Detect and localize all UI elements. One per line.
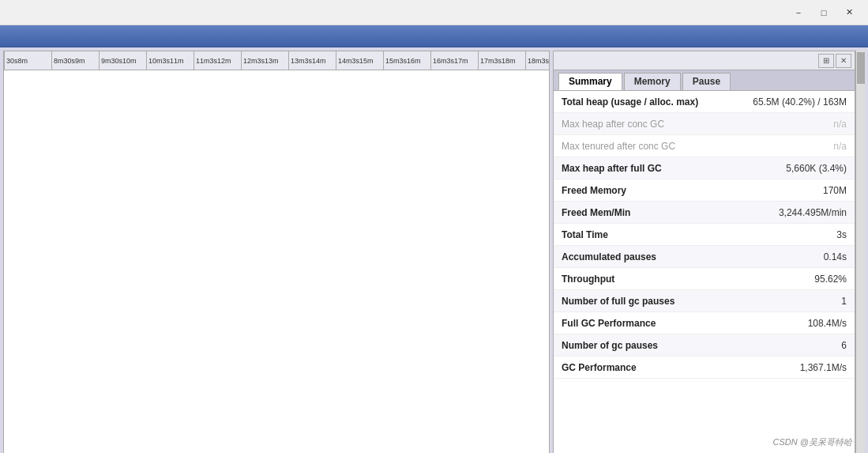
- timeline-tick: 12m3s13m: [241, 51, 288, 70]
- summary-table: Total heap (usage / alloc. max)65.5M (40…: [554, 91, 855, 453]
- timeline-tick: 18m3s19m: [525, 51, 549, 70]
- row-value: 1,367.1M/s: [800, 362, 847, 373]
- close-button[interactable]: ✕: [836, 3, 862, 22]
- row-value: n/a: [833, 119, 847, 130]
- window-controls: − □ ✕: [786, 3, 862, 22]
- left-panel: 30s8m8m30s9m9m30s10m10m3s11m11m3s12m12m3…: [3, 51, 550, 453]
- row-value: 5,660K (3.4%): [786, 163, 847, 174]
- row-value: 1: [841, 296, 847, 307]
- row-label: Freed Memory: [562, 185, 626, 196]
- row-label: Accumulated pauses: [562, 251, 656, 262]
- row-value: 0.14s: [824, 251, 847, 262]
- summary-row: Max heap after conc GCn/a: [554, 113, 855, 135]
- row-label: Freed Mem/Min: [562, 207, 630, 218]
- row-label: Max heap after full GC: [562, 163, 662, 174]
- row-label: Number of gc pauses: [562, 340, 658, 351]
- tab-pause[interactable]: Pause: [682, 73, 731, 90]
- watermark: CSDN @吴呆哥特哈: [773, 436, 852, 448]
- tabs-row: SummaryMemoryPause: [554, 70, 855, 91]
- row-value: 3,244.495M/min: [779, 207, 847, 218]
- summary-row: GC Performance1,367.1M/s: [554, 357, 855, 379]
- summary-row: Total Time3s: [554, 224, 855, 246]
- chart-area: [4, 70, 549, 453]
- timeline-tick: 11m3s12m: [194, 51, 241, 70]
- summary-row: Total heap (usage / alloc. max)65.5M (40…: [554, 91, 855, 113]
- timeline-tick: 13m3s14m: [288, 51, 336, 70]
- row-value: n/a: [833, 141, 847, 152]
- timeline-tick: 16m3s17m: [430, 51, 478, 70]
- close-panel-button[interactable]: ✕: [836, 54, 851, 68]
- summary-row: Accumulated pauses0.14s: [554, 246, 855, 268]
- timeline-header: 30s8m8m30s9m9m30s10m10m3s11m11m3s12m12m3…: [4, 51, 549, 70]
- summary-row: Number of gc pauses6: [554, 334, 855, 357]
- row-value: 3s: [836, 229, 847, 240]
- tab-memory[interactable]: Memory: [624, 73, 681, 90]
- summary-row: Max heap after full GC5,660K (3.4%): [554, 157, 855, 179]
- summary-row: Freed Memory170M: [554, 179, 855, 202]
- row-value: 6: [841, 340, 847, 351]
- summary-row: Max tenured after conc GCn/a: [554, 135, 855, 157]
- timeline-tick: 8m30s9m: [51, 51, 99, 70]
- row-value: 65.5M (40.2%) / 163M: [753, 96, 847, 108]
- row-label: Total heap (usage / alloc. max): [562, 96, 698, 108]
- row-label: Throughput: [562, 274, 614, 285]
- row-label: Total Time: [562, 229, 608, 240]
- panel-toolbar: ⊞ ✕: [554, 51, 855, 70]
- summary-row: Freed Mem/Min3,244.495M/min: [554, 202, 855, 224]
- right-panel: ⊞ ✕ SummaryMemoryPause Total heap (usage…: [553, 51, 855, 453]
- row-value: 95.62%: [814, 274, 847, 285]
- main-content: 30s8m8m30s9m9m30s10m10m3s11m11m3s12m12m3…: [0, 47, 868, 453]
- title-bar: − □ ✕: [0, 0, 868, 25]
- row-label: Full GC Performance: [562, 318, 656, 329]
- summary-row: Throughput95.62%: [554, 268, 855, 290]
- row-label: Max heap after conc GC: [562, 119, 664, 130]
- timeline-tick: 9m30s10m: [99, 51, 146, 70]
- top-toolbar: [0, 25, 868, 47]
- maximize-button[interactable]: □: [811, 3, 836, 22]
- row-label: GC Performance: [562, 362, 637, 373]
- timeline-tick: 30s8m: [4, 51, 51, 70]
- summary-row: Number of full gc pauses1: [554, 290, 855, 312]
- row-value: 170M: [823, 185, 847, 196]
- row-value: 108.4M/s: [808, 318, 847, 329]
- restore-icon-button[interactable]: ⊞: [818, 54, 834, 68]
- summary-row: Full GC Performance108.4M/s: [554, 312, 855, 334]
- minimize-button[interactable]: −: [786, 3, 811, 22]
- right-scrollbar[interactable]: [855, 51, 865, 453]
- timeline-tick: 15m3s16m: [383, 51, 430, 70]
- row-label: Number of full gc pauses: [562, 296, 674, 307]
- timeline-tick: 14m3s15m: [336, 51, 383, 70]
- scrollbar-thumb[interactable]: [857, 52, 865, 84]
- row-label: Max tenured after conc GC: [562, 141, 675, 152]
- timeline-tick: 10m3s11m: [146, 51, 194, 70]
- timeline-tick: 17m3s18m: [478, 51, 525, 70]
- tab-summary[interactable]: Summary: [558, 73, 622, 90]
